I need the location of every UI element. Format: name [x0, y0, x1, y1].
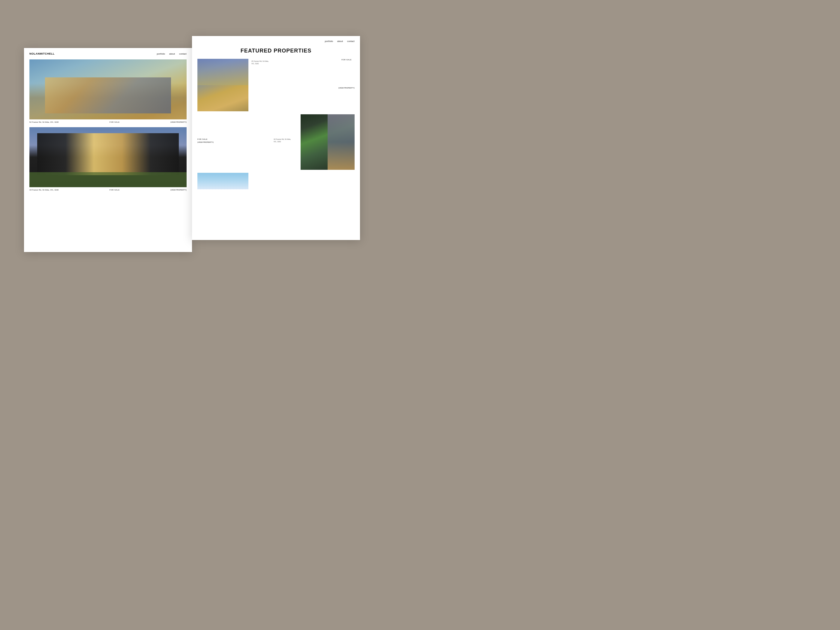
right-nav-portfolio[interactable]: portfolio	[325, 40, 333, 42]
right-property-1-photo	[197, 59, 248, 111]
right-nav: portfolio about contact	[192, 36, 360, 45]
right-property-2: FOR SALE (VIEW PROPERTY) 18 Framer Rd, S…	[197, 114, 355, 170]
left-property-2: 18 Framer Rd, St Kilda, VIC, 3182 FOR SA…	[24, 127, 192, 195]
featured-title: FEATURED PROPERTIES	[192, 45, 360, 59]
logo[interactable]: NOLANMITCHELL	[29, 52, 157, 55]
left-nav-links: portfolio about contact	[157, 53, 186, 55]
right-content: 25 Framer Rd, St Kilda,VIC, 3182 FOR SAL…	[192, 59, 360, 189]
left-property-1: 52 Framer Rd, St Kilda, VIC, 3182 FOR SA…	[24, 59, 192, 127]
right-nav-about[interactable]: about	[337, 40, 343, 42]
right-nav-contact[interactable]: contact	[347, 40, 355, 42]
right-property-1-image	[197, 59, 248, 111]
right-property-1-view[interactable]: (VIEW PROPERTY)	[338, 86, 355, 89]
left-nav: NOLANMITCHELL portfolio about contact	[24, 48, 192, 59]
left-nav-about[interactable]: about	[169, 53, 175, 55]
left-property-2-address: 18 Framer Rd, St Kilda, VIC, 3182	[29, 189, 59, 191]
right-property-2-image-wrap	[301, 114, 355, 170]
right-property-1-info: 25 Framer Rd, St Kilda,VIC, 3182	[251, 59, 335, 65]
right-property-1-right: FOR SALE (VIEW PROPERTY)	[338, 59, 355, 89]
desktop: NOLANMITCHELL portfolio about contact 52…	[0, 0, 840, 630]
left-nav-portfolio[interactable]: portfolio	[157, 53, 165, 55]
right-property-3	[197, 173, 355, 189]
left-property-2-footer: 18 Framer Rd, St Kilda, VIC, 3182 FOR SA…	[29, 187, 186, 191]
right-property-2-info: 18 Framer Rd, St Kilda,VIC, 3182	[273, 114, 298, 143]
left-property-1-status: FOR SALE	[109, 121, 120, 123]
right-property-3-photo	[197, 173, 248, 189]
left-nav-contact[interactable]: contact	[179, 53, 186, 55]
right-property-2-photo	[301, 114, 355, 170]
right-property-3-image	[197, 173, 248, 189]
left-property-1-footer: 52 Framer Rd, St Kilda, VIC, 3182 FOR SA…	[29, 119, 186, 123]
right-window: portfolio about contact FEATURED PROPERT…	[192, 36, 360, 240]
right-property-2-left: FOR SALE (VIEW PROPERTY)	[197, 114, 271, 143]
left-property-1-image	[29, 59, 186, 119]
right-property-1-status: FOR SALE	[341, 59, 352, 61]
right-property-2-view[interactable]: (VIEW PROPERTY)	[197, 140, 271, 143]
left-window: NOLANMITCHELL portfolio about contact 52…	[24, 48, 192, 252]
left-property-1-address: 52 Framer Rd, St Kilda, VIC, 3182	[29, 121, 59, 123]
left-property-1-view[interactable]: (VIEW PROPERTY)	[171, 121, 186, 123]
left-property-2-status: FOR SALE	[109, 189, 120, 191]
right-property-1-address: 25 Framer Rd, St Kilda,VIC, 3182	[251, 60, 335, 65]
left-property-2-view[interactable]: (VIEW PROPERTY)	[171, 189, 186, 191]
left-property-2-image	[29, 127, 186, 187]
right-property-2-address: 18 Framer Rd, St Kilda,VIC, 3182	[273, 138, 298, 143]
right-property-1: 25 Framer Rd, St Kilda,VIC, 3182 FOR SAL…	[197, 59, 355, 111]
